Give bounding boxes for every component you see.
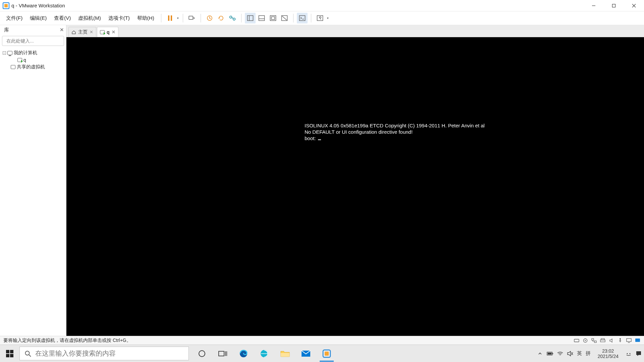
svg-rect-12: [271, 17, 275, 19]
sidebar-search[interactable]: ▼: [2, 36, 64, 46]
tree-node-shared-vms[interactable]: 共享的虚拟机: [1, 63, 65, 71]
clock-date: 2021/5/24: [598, 354, 619, 359]
taskbar-search-input[interactable]: [35, 350, 184, 357]
menu-help[interactable]: 帮助(H): [134, 14, 158, 23]
menu-tabs[interactable]: 选项卡(T): [105, 14, 133, 23]
status-cd-icon[interactable]: [582, 338, 588, 343]
taskbar-search[interactable]: [19, 347, 189, 360]
svg-point-48: [630, 353, 631, 354]
vm-running-icon: [17, 58, 22, 62]
minimize-button[interactable]: [584, 0, 604, 11]
fullscreen-dropdown-icon[interactable]: ▾: [327, 16, 329, 20]
tab-close-button[interactable]: ✕: [90, 29, 93, 35]
content-area: 主页 ✕ q ✕ ISOLINUX 4.05 0x581e199a ETCD C…: [66, 25, 644, 336]
svg-line-31: [29, 355, 31, 357]
toolbar-separator: [311, 14, 311, 22]
menubar: 文件(F) 编辑(E) 查看(V) 虚拟机(M) 选项卡(T) 帮助(H) ▾: [0, 11, 644, 25]
svg-point-47: [627, 353, 628, 354]
show-library-button[interactable]: [245, 13, 256, 23]
computer-icon: [7, 51, 12, 55]
taskbar-app-browser[interactable]: [255, 345, 274, 362]
vm-running-icon: [100, 30, 105, 34]
start-button[interactable]: [0, 345, 19, 362]
tray-ime-panel-icon[interactable]: [625, 350, 632, 357]
tray-overflow-button[interactable]: [537, 350, 543, 357]
menu-file[interactable]: 文件(F): [3, 14, 26, 23]
tab-vm-q[interactable]: q ✕: [97, 27, 118, 37]
svg-rect-0: [612, 4, 615, 7]
vm-console[interactable]: ISOLINUX 4.05 0x581e199a ETCD Copyright …: [66, 37, 644, 336]
tree-node-my-computer[interactable]: − 我的计算机: [1, 49, 65, 57]
status-usb-icon[interactable]: [617, 338, 623, 343]
vmware-window: q - VMware Workstation 文件(F) 编辑(E) 查看(V)…: [0, 0, 644, 345]
status-printer-icon[interactable]: [600, 338, 606, 343]
cortana-button[interactable]: [192, 345, 212, 362]
shared-vm-icon: [11, 65, 15, 69]
status-network-icon[interactable]: [591, 338, 597, 343]
status-hint: 要将输入定向到该虚拟机，请在虚拟机内部单击或按 Ctrl+G。: [3, 338, 131, 344]
snapshot-take-button[interactable]: [204, 13, 215, 23]
status-disk-icon[interactable]: [574, 338, 580, 343]
tree-node-vm-q[interactable]: q: [1, 57, 65, 63]
tray-ime-mode[interactable]: 拼: [586, 350, 591, 357]
window-title: q - VMware Workstation: [11, 3, 65, 8]
tray-wifi-icon[interactable]: [557, 350, 564, 357]
sidebar-search-input[interactable]: [6, 38, 65, 44]
svg-rect-27: [627, 339, 631, 342]
search-icon: [24, 350, 31, 357]
taskbar-app-explorer[interactable]: [275, 345, 295, 362]
tab-label: q: [107, 29, 110, 35]
collapse-icon[interactable]: −: [3, 51, 6, 55]
taskbar-app-mail[interactable]: [296, 345, 316, 362]
console-view-button[interactable]: [297, 13, 308, 23]
snapshot-manager-button[interactable]: [227, 13, 238, 23]
svg-rect-15: [299, 16, 305, 21]
tab-close-button[interactable]: ✕: [112, 29, 115, 35]
show-thumbnail-button[interactable]: [256, 13, 267, 23]
snapshot-revert-button[interactable]: [216, 13, 226, 23]
fullscreen-button[interactable]: ▾: [315, 13, 325, 23]
tray-ime-lang[interactable]: 英: [577, 350, 582, 357]
status-sound-icon[interactable]: [608, 338, 614, 343]
status-display-icon[interactable]: [626, 338, 632, 343]
svg-point-6: [233, 18, 235, 20]
pause-dropdown-icon[interactable]: ▾: [177, 16, 179, 20]
maximize-button[interactable]: [604, 0, 624, 11]
svg-rect-43: [552, 353, 553, 354]
svg-rect-44: [547, 353, 551, 354]
svg-rect-9: [259, 16, 264, 21]
sidebar-close-button[interactable]: ✕: [60, 27, 64, 33]
tray-clock[interactable]: 23:02 2021/5/24: [594, 348, 622, 359]
toolbar-separator: [241, 14, 241, 22]
tabstrip: 主页 ✕ q ✕: [66, 25, 644, 37]
svg-rect-29: [635, 339, 640, 342]
taskview-button[interactable]: [213, 345, 232, 362]
svg-rect-38: [281, 353, 289, 357]
titlebar: q - VMware Workstation: [0, 0, 644, 11]
free-stretch-button[interactable]: [279, 13, 290, 23]
status-message-icon[interactable]: [635, 338, 641, 343]
svg-rect-33: [219, 351, 224, 356]
send-ctrl-alt-del-button[interactable]: [186, 13, 197, 23]
svg-rect-2: [171, 15, 172, 21]
stretch-guest-button[interactable]: [268, 13, 278, 23]
menu-view[interactable]: 查看(V): [51, 14, 74, 23]
menu-edit[interactable]: 编辑(E): [26, 14, 50, 23]
toolbar-separator: [183, 14, 183, 22]
close-button[interactable]: [624, 0, 644, 11]
vmware-app-icon: [3, 2, 9, 9]
svg-rect-7: [247, 16, 253, 21]
pause-button[interactable]: ▾: [165, 13, 175, 23]
taskbar-app-edge[interactable]: [234, 345, 253, 362]
library-tree: − 我的计算机 q 共享的虚拟机: [0, 48, 66, 336]
home-icon: [71, 30, 76, 35]
svg-rect-41: [325, 352, 329, 356]
tray-notifications-button[interactable]: [635, 350, 642, 357]
taskbar-app-vmware[interactable]: [317, 345, 336, 362]
svg-rect-11: [270, 16, 276, 21]
sidebar-title: 库: [4, 27, 9, 33]
tray-volume-icon[interactable]: [567, 350, 574, 357]
tray-battery-icon[interactable]: [547, 350, 553, 357]
menu-vm[interactable]: 虚拟机(M): [75, 14, 104, 23]
tab-home[interactable]: 主页 ✕: [68, 27, 96, 37]
